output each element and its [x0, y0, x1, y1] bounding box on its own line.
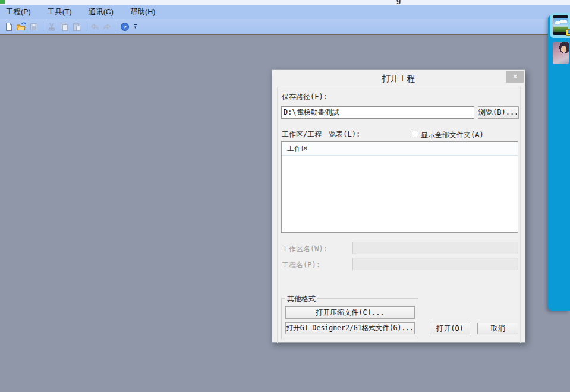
svg-text:?: ?: [123, 24, 127, 30]
workspace-project-list[interactable]: 工作区: [281, 141, 518, 233]
application-window: g 工程(P) 工具(T) 通讯(C) 帮助(H): [0, 0, 570, 392]
menu-bar: 工程(P) 工具(T) 通讯(C) 帮助(H): [0, 5, 570, 19]
titlebar-sliver: g: [0, 0, 570, 5]
open-gt-designer2-button[interactable]: 打开GT Designer2/G1格式文件(G)...: [285, 322, 415, 334]
redo-icon: [101, 21, 113, 33]
window-title-fragment: g: [396, 0, 405, 5]
open-compressed-file-button[interactable]: 打开压缩文件(C)...: [285, 306, 415, 319]
show-all-folders-label: 显示全部文件夹(A): [421, 130, 484, 140]
workspace-name-label: 工作区名(W):: [282, 244, 327, 254]
copy-icon: [58, 21, 70, 33]
save-icon: [28, 21, 40, 33]
open-project-dialog: 打开工程 × 保存路径(F): 浏览(B)... 工作区/工程一览表(L): 显…: [272, 69, 525, 343]
project-name-input: [352, 258, 518, 270]
help-icon[interactable]: ?: [119, 21, 131, 33]
photo-app-badge-icon: [566, 29, 570, 36]
browse-button[interactable]: 浏览(B)...: [478, 106, 519, 119]
portrait-photo-thumbnail[interactable]: [553, 42, 569, 64]
list-header-workspace[interactable]: 工作区: [282, 142, 518, 156]
paste-icon: [71, 21, 83, 33]
dialog-title: 打开工程: [272, 70, 525, 87]
close-icon[interactable]: ×: [506, 71, 524, 83]
side-thumbnail-panel: [548, 15, 570, 311]
toolbar-separator: [116, 21, 116, 31]
other-formats-group: 其他格式 打开压缩文件(C)... 打开GT Designer2/G1格式文件(…: [281, 298, 418, 339]
toolbar-options-icon[interactable]: ▾: [131, 20, 139, 33]
show-all-folders-checkbox[interactable]: [412, 131, 418, 137]
cancel-button[interactable]: 取消: [477, 323, 518, 334]
menu-tools[interactable]: 工具(T): [43, 5, 76, 19]
project-name-label: 工程名(P):: [282, 260, 320, 270]
new-icon[interactable]: [3, 21, 15, 33]
open-icon[interactable]: [15, 21, 27, 33]
toolbar-separator: [86, 21, 86, 31]
open-button[interactable]: 打开(O): [430, 323, 470, 334]
menu-communication[interactable]: 通讯(C): [84, 5, 118, 19]
save-path-label: 保存路径(F):: [282, 92, 327, 102]
toolbar: ? ▾: [0, 19, 570, 34]
toolbar-separator: [43, 21, 43, 31]
cut-icon: [46, 21, 58, 33]
menu-help[interactable]: 帮助(H): [126, 5, 159, 19]
landscape-photo-thumbnail[interactable]: [553, 15, 568, 35]
app-icon: [0, 0, 5, 4]
undo-icon: [89, 21, 100, 33]
menu-project[interactable]: 工程(P): [2, 5, 35, 19]
workspace-name-input: [352, 242, 518, 254]
workspace-list-label: 工作区/工程一览表(L):: [282, 129, 360, 140]
save-path-input[interactable]: [281, 106, 474, 119]
other-formats-legend: 其他格式: [285, 294, 317, 304]
